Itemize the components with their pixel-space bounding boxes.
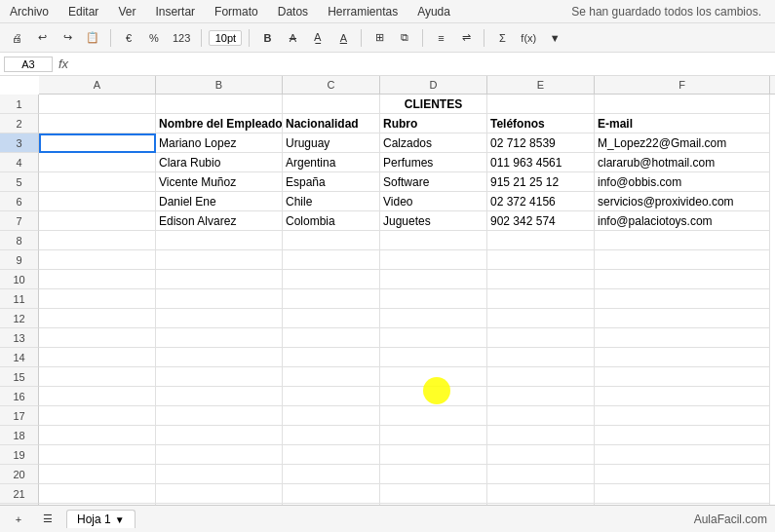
cell-d2[interactable]: Rubro <box>380 114 487 133</box>
cell-b6[interactable]: Daniel Ene <box>156 192 283 211</box>
currency-button[interactable]: € <box>118 27 139 49</box>
cell-f16[interactable] <box>595 387 770 406</box>
cell-a9[interactable] <box>39 250 156 270</box>
row-number[interactable]: 20 <box>0 465 39 484</box>
menu-ver[interactable]: Ver <box>112 3 141 20</box>
cell-d1[interactable]: CLIENTES <box>380 95 487 114</box>
cell-e20[interactable] <box>487 465 595 484</box>
cell-c1[interactable] <box>283 95 380 114</box>
col-header-a[interactable]: A <box>39 76 156 94</box>
row-number[interactable]: 5 <box>0 172 39 192</box>
cell-e15[interactable] <box>487 367 595 387</box>
cell-c13[interactable] <box>283 328 380 348</box>
cell-e13[interactable] <box>487 328 595 348</box>
cell-e17[interactable] <box>487 406 595 426</box>
cell-f7[interactable]: info@palaciotoys.com <box>595 211 770 231</box>
cell-a16[interactable] <box>39 387 156 406</box>
sum-button[interactable]: Σ <box>491 27 513 49</box>
cell-c12[interactable] <box>283 309 380 328</box>
cell-c21[interactable] <box>283 484 380 504</box>
row-number[interactable]: 10 <box>0 270 39 289</box>
col-header-c[interactable]: C <box>283 76 380 94</box>
row-number[interactable]: 2 <box>0 114 39 133</box>
cell-b15[interactable] <box>156 367 283 387</box>
cell-a6[interactable] <box>39 192 156 211</box>
cell-e7[interactable]: 902 342 574 <box>487 211 595 231</box>
cell-d20[interactable] <box>380 465 487 484</box>
formula-input[interactable] <box>74 57 771 71</box>
cell-e9[interactable] <box>487 250 595 270</box>
menu-insertar[interactable]: Insertar <box>149 3 201 20</box>
menu-herramientas[interactable]: Herramientas <box>322 3 404 20</box>
bold-button[interactable]: B <box>256 27 278 49</box>
cell-b16[interactable] <box>156 387 283 406</box>
menu-editar[interactable]: Editar <box>62 3 104 20</box>
cell-d10[interactable] <box>380 270 487 289</box>
cell-c7[interactable]: Colombia <box>283 211 380 231</box>
row-number[interactable]: 19 <box>0 445 39 465</box>
cell-c17[interactable] <box>283 406 380 426</box>
row-number[interactable]: 4 <box>0 153 39 172</box>
filter-button[interactable]: ▼ <box>544 27 565 49</box>
cell-f9[interactable] <box>595 250 770 270</box>
cell-d16[interactable] <box>380 387 487 406</box>
cell-f1[interactable] <box>595 95 770 114</box>
cell-a15[interactable] <box>39 367 156 387</box>
cell-c9[interactable] <box>283 250 380 270</box>
cell-c2[interactable]: Nacionalidad <box>283 114 380 133</box>
col-header-e[interactable]: E <box>487 76 595 94</box>
cell-c3[interactable]: Uruguay <box>283 133 380 153</box>
cell-f6[interactable]: servicios@proxivideo.com <box>595 192 770 211</box>
highlight-button[interactable]: A <box>332 27 354 49</box>
cell-b11[interactable] <box>156 289 283 309</box>
cell-f15[interactable] <box>595 367 770 387</box>
cell-d13[interactable] <box>380 328 487 348</box>
redo-button[interactable]: ↪ <box>57 27 78 49</box>
cell-c5[interactable]: España <box>283 172 380 192</box>
col-header-b[interactable]: B <box>156 76 283 94</box>
cell-d5[interactable]: Software <box>380 172 487 192</box>
cell-e2[interactable]: Teléfonos <box>487 114 595 133</box>
cell-e16[interactable] <box>487 387 595 406</box>
cell-c19[interactable] <box>283 445 380 465</box>
cell-d14[interactable] <box>380 348 487 367</box>
cell-e8[interactable] <box>487 231 595 250</box>
cell-b13[interactable] <box>156 328 283 348</box>
cell-f12[interactable] <box>595 309 770 328</box>
cell-f10[interactable] <box>595 270 770 289</box>
cell-a11[interactable] <box>39 289 156 309</box>
cell-b9[interactable] <box>156 250 283 270</box>
cell-a18[interactable] <box>39 426 156 445</box>
cell-e1[interactable] <box>487 95 595 114</box>
number-format-button[interactable]: 123 <box>169 27 194 49</box>
cell-f19[interactable] <box>595 445 770 465</box>
cell-c11[interactable] <box>283 289 380 309</box>
cell-c18[interactable] <box>283 426 380 445</box>
cell-a5[interactable] <box>39 172 156 192</box>
cell-f13[interactable] <box>595 328 770 348</box>
row-number[interactable]: 3 <box>0 133 39 153</box>
align-button[interactable]: ≡ <box>430 27 451 49</box>
cell-e12[interactable] <box>487 309 595 328</box>
cell-e14[interactable] <box>487 348 595 367</box>
cell-f3[interactable]: M_Lopez22@Gmail.com <box>595 133 770 153</box>
row-number[interactable]: 1 <box>0 95 39 114</box>
cell-b12[interactable] <box>156 309 283 328</box>
cell-a10[interactable] <box>39 270 156 289</box>
cell-d12[interactable] <box>380 309 487 328</box>
cell-e10[interactable] <box>487 270 595 289</box>
col-header-f[interactable]: F <box>595 76 770 94</box>
cell-a2[interactable] <box>39 114 156 133</box>
format-copy-button[interactable]: 📋 <box>82 27 103 49</box>
font-size-input[interactable]: 10pt <box>209 30 242 46</box>
cell-c8[interactable] <box>283 231 380 250</box>
menu-datos[interactable]: Datos <box>272 3 314 20</box>
cell-c15[interactable] <box>283 367 380 387</box>
cell-b8[interactable] <box>156 231 283 250</box>
menu-archivo[interactable]: Archivo <box>4 3 55 20</box>
row-number[interactable]: 15 <box>0 367 39 387</box>
borders-button[interactable]: ⊞ <box>368 27 390 49</box>
cell-c20[interactable] <box>283 465 380 484</box>
cell-a4[interactable] <box>39 153 156 172</box>
cell-reference[interactable] <box>4 57 53 72</box>
